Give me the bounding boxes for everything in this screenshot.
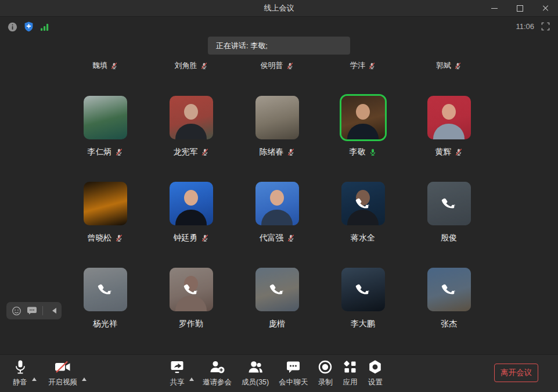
audio-participant[interactable]: 魏填 (62, 60, 148, 71)
top-right-status: 11:06 (516, 22, 550, 31)
person-silhouette-head (442, 104, 456, 120)
collapse-pill-icon[interactable] (48, 308, 56, 314)
participant-name: 黄辉 (435, 147, 452, 157)
participant-name: 张杰 (441, 319, 457, 329)
participant-name-row: 钟廷勇 (174, 233, 209, 243)
invite-person-icon (209, 359, 225, 375)
meeting-status-icons (8, 21, 50, 32)
participant-video-thumbnail[interactable] (341, 96, 385, 139)
share-options-arrow[interactable] (189, 375, 194, 381)
mute-button[interactable]: 静音 (13, 359, 27, 387)
members-button[interactable]: 成员(35) (242, 359, 269, 387)
person-silhouette-head (270, 190, 284, 206)
participant-name: 李大鹏 (351, 319, 375, 329)
participant-name: 李仁炳 (88, 147, 112, 157)
person-silhouette-body (175, 210, 207, 225)
participant-name-row: 张杰 (441, 319, 457, 329)
video-options-arrow[interactable] (82, 375, 87, 381)
participant-video-thumbnail[interactable] (255, 268, 299, 311)
participant-video-thumbnail[interactable] (341, 182, 385, 225)
participant-tile: 杨光祥 (62, 268, 148, 329)
participant-name: 魏填 (92, 60, 107, 71)
participant-video-thumbnail[interactable] (255, 96, 299, 139)
leave-meeting-button[interactable]: 离开会议 (494, 364, 538, 382)
meeting-security-shield-icon[interactable] (24, 21, 34, 32)
minimize-button[interactable] (481, 0, 507, 16)
mic-muted-icon (200, 62, 208, 70)
phone-call-icon (341, 182, 385, 225)
camera-off-icon (53, 359, 72, 375)
microphone-icon (14, 359, 27, 375)
person-silhouette-body (175, 124, 207, 139)
person-silhouette-body (433, 124, 465, 139)
speaking-banner: 正在讲话: 李敬; (208, 37, 350, 55)
participant-name: 罗作勤 (179, 319, 203, 329)
participant-grid-row: 杨光祥 (62, 268, 492, 329)
members-label: 成员(35) (242, 377, 269, 387)
participant-video-thumbnail[interactable] (427, 96, 471, 139)
phone-call-icon (341, 268, 385, 311)
audio-participant[interactable]: 侯明普 (234, 60, 320, 71)
participant-video-thumbnail[interactable] (255, 182, 299, 225)
record-icon (318, 359, 333, 375)
participant-name-row: 殷俊 (441, 233, 457, 243)
bottom-toolbar: 静音 开启视频 共享 (0, 354, 558, 392)
network-signal-icon[interactable] (40, 23, 50, 31)
mic-muted-icon (368, 62, 376, 70)
participant-video-thumbnail[interactable] (170, 96, 213, 139)
participant-name: 龙宪军 (174, 147, 198, 157)
invite-label: 邀请参会 (203, 377, 232, 387)
apps-button[interactable]: 应用 (343, 359, 358, 387)
participant-name-row: 龙宪军 (174, 147, 209, 157)
maximize-button[interactable] (507, 0, 532, 16)
participant-video-thumbnail[interactable] (84, 96, 127, 139)
phone-call-icon (427, 268, 471, 311)
participant-name-row: 代富强 (260, 233, 295, 243)
participant-tile: 李大鹏 (320, 268, 406, 329)
start-video-button[interactable]: 开启视频 (48, 359, 77, 387)
participant-name: 刘角胜 (175, 60, 197, 71)
participant-tile: 李敬 (320, 96, 406, 157)
share-screen-button[interactable]: 共享 (170, 359, 185, 387)
participant-name-row: 庞楷 (269, 319, 285, 329)
participant-name: 学沣 (350, 60, 365, 71)
meeting-info-icon[interactable] (8, 22, 17, 32)
participant-name: 蒋水全 (351, 233, 375, 243)
audio-participant[interactable]: 郭斌 (406, 60, 492, 71)
audio-participant[interactable]: 学沣 (320, 60, 406, 71)
participant-video-thumbnail[interactable] (427, 182, 471, 225)
participant-name-row: 罗作勤 (179, 319, 203, 329)
mute-label: 静音 (13, 377, 27, 387)
participant-video-thumbnail[interactable] (170, 268, 213, 311)
close-button[interactable] (532, 0, 558, 16)
mute-options-arrow[interactable] (32, 375, 37, 381)
participant-video-thumbnail[interactable] (170, 182, 213, 225)
participant-name-row: 李仁炳 (88, 147, 123, 157)
participant-video-thumbnail[interactable] (84, 182, 127, 225)
participant-video-thumbnail[interactable] (341, 268, 385, 311)
participant-video-thumbnail[interactable] (427, 268, 471, 311)
apps-label: 应用 (343, 377, 358, 387)
minimize-icon (491, 8, 498, 9)
person-silhouette-head (184, 190, 198, 206)
chat-quick-icon[interactable] (27, 306, 37, 315)
speaking-banner-text: 正在讲话: 李敬; (216, 41, 268, 51)
settings-gear-icon (368, 359, 383, 375)
participant-name-row: 李大鹏 (351, 319, 375, 329)
pill-divider (42, 306, 43, 315)
emoji-reaction-icon[interactable] (12, 306, 21, 316)
settings-label: 设置 (368, 377, 383, 387)
phone-call-icon (427, 182, 471, 225)
audio-participant[interactable]: 刘角胜 (148, 60, 234, 71)
record-button[interactable]: 录制 (318, 359, 333, 387)
participant-tile: 庞楷 (234, 268, 320, 329)
mic-muted-icon (455, 148, 463, 156)
fullscreen-icon[interactable] (541, 22, 550, 31)
participant-video-thumbnail[interactable] (84, 268, 127, 311)
settings-button[interactable]: 设置 (368, 359, 383, 387)
mic-muted-icon (115, 234, 123, 242)
meeting-chat-button[interactable]: 会中聊天 (279, 359, 308, 387)
participant-name: 侯明普 (261, 60, 283, 71)
participant-name-row: 曾晓松 (88, 233, 123, 243)
invite-button[interactable]: 邀请参会 (203, 359, 232, 387)
